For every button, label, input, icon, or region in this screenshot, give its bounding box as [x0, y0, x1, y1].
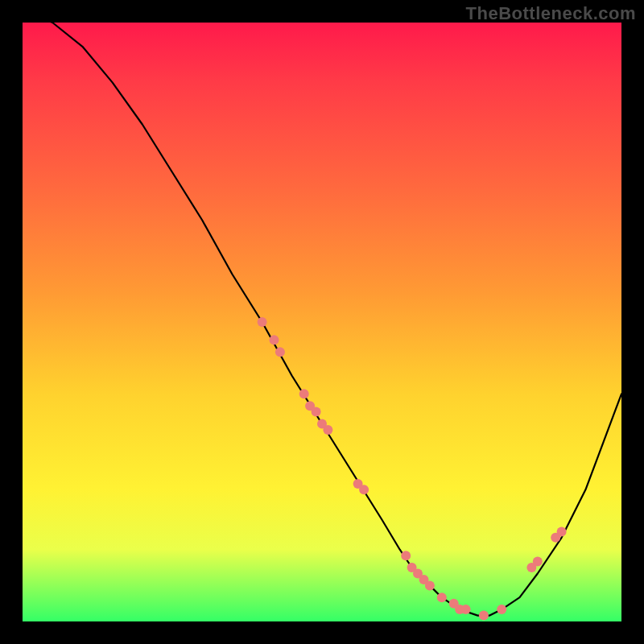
marker-group [258, 317, 567, 621]
chart-frame: TheBottleneck.com [0, 0, 644, 644]
data-point [270, 335, 279, 345]
data-point [425, 580, 435, 590]
data-point [437, 592, 447, 602]
data-point [359, 485, 369, 494]
data-point [312, 407, 321, 417]
data-point [258, 317, 267, 327]
data-point [557, 526, 567, 536]
plot-area [23, 23, 621, 621]
data-point [323, 425, 332, 435]
data-point [461, 605, 471, 614]
data-point [533, 557, 543, 567]
curve-svg [23, 23, 621, 621]
data-point [497, 605, 506, 614]
watermark-text: TheBottleneck.com [466, 3, 636, 24]
data-point [401, 551, 411, 560]
data-point [479, 611, 489, 621]
bottleneck-curve [23, 10, 621, 616]
data-point [299, 389, 309, 398]
data-point [275, 347, 285, 357]
